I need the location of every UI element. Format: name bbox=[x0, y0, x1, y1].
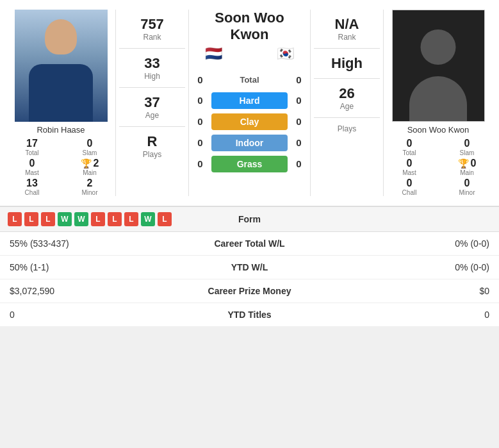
stats-left-val: 55% (533-437) bbox=[10, 238, 186, 249]
right-rank-value: N/A bbox=[335, 16, 359, 33]
left-plays-value: R bbox=[143, 133, 161, 150]
left-chall-cell: 13 Chall bbox=[6, 178, 58, 196]
right-main-number: 0 bbox=[471, 158, 477, 169]
form-badges: LLLWWLLLWL bbox=[8, 212, 224, 226]
right-center-stats: N/A Rank High 26 Age Plays bbox=[310, 10, 384, 196]
left-trophy-icon: 🏆 bbox=[81, 158, 92, 169]
right-rank-block: N/A Rank bbox=[335, 16, 359, 42]
stats-center-label: YTD W/L bbox=[186, 262, 314, 272]
form-badge-item: L bbox=[108, 212, 122, 226]
right-mast-number: 0 bbox=[384, 158, 435, 169]
left-player-stats: 17 Total 0 Slam 0 Mast 🏆 2 Main bbox=[6, 138, 115, 196]
court-section: Soon WooKwon 🇳🇱 🇰🇷 0 Total 0 0 Hard bbox=[189, 10, 310, 196]
left-mast-label: Mast bbox=[6, 169, 58, 176]
form-label: Form bbox=[224, 214, 275, 224]
right-minor-label: Minor bbox=[441, 189, 493, 196]
form-badge-item: L bbox=[24, 212, 38, 226]
court-rows: 0 Total 0 0 Hard 0 0 Clay 0 0 bbox=[192, 67, 307, 177]
form-badge-item: L bbox=[41, 212, 55, 226]
left-age-number: 37 bbox=[144, 94, 160, 111]
right-slam-label: Slam bbox=[441, 149, 493, 156]
left-age-block: 37 Age bbox=[144, 94, 160, 120]
right-player-name-top: Soon WooKwon bbox=[215, 10, 284, 44]
right-player-panel: Soon Woo Kwon 0 Total 0 Slam 0 Mast 🏆 bbox=[384, 10, 493, 196]
right-age-block: 26 Age bbox=[339, 85, 354, 111]
grass-left-score: 0 bbox=[192, 158, 208, 169]
left-total-number: 17 bbox=[6, 138, 58, 149]
left-player-photo bbox=[15, 10, 108, 122]
right-chall-cell: 0 Chall bbox=[384, 178, 435, 196]
left-main-number: 2 bbox=[94, 158, 99, 169]
left-player-panel: Robin Haase 17 Total 0 Slam 0 Mast 🏆 bbox=[6, 10, 115, 196]
left-total-cell: 17 Total bbox=[6, 138, 58, 156]
hard-left-score: 0 bbox=[192, 95, 208, 106]
right-chall-label: Chall bbox=[384, 189, 435, 196]
left-rank-number: 757 bbox=[140, 16, 164, 33]
form-badge-item: W bbox=[74, 212, 88, 226]
right-player-name: Soon Woo Kwon bbox=[407, 125, 470, 135]
left-slam-label: Slam bbox=[64, 149, 115, 156]
left-center-stats: 757 Rank 33 High 37 Age R Plays bbox=[115, 10, 189, 196]
stats-row: $3,072,590 Career Prize Money $0 bbox=[0, 279, 499, 303]
stats-row: 0 YTD Titles 0 bbox=[0, 303, 499, 326]
main-container: Robin Haase 17 Total 0 Slam 0 Mast 🏆 bbox=[0, 0, 499, 326]
right-main-label: Main bbox=[460, 169, 474, 176]
left-plays-label: Plays bbox=[143, 150, 161, 159]
hard-row: 0 Hard 0 bbox=[192, 92, 307, 109]
clay-badge: Clay bbox=[211, 113, 288, 130]
stats-center-label: YTD Titles bbox=[186, 310, 314, 320]
form-badge-item: L bbox=[8, 212, 22, 226]
right-main-cell: 🏆 0 Main bbox=[441, 158, 493, 176]
left-rank-label: Rank bbox=[140, 33, 164, 42]
divider-1 bbox=[119, 48, 185, 49]
divider-r1 bbox=[314, 48, 380, 49]
form-section: LLLWWLLLWL Form bbox=[0, 206, 499, 232]
total-row: 0 Total 0 bbox=[192, 72, 307, 88]
right-minor-number: 0 bbox=[441, 178, 493, 189]
stats-right-val: 0 bbox=[314, 310, 490, 320]
stats-right-val: $0 bbox=[314, 286, 490, 296]
stats-left-val: 50% (1-1) bbox=[10, 262, 186, 272]
hard-right-score: 0 bbox=[291, 95, 307, 106]
left-minor-number: 2 bbox=[64, 178, 115, 189]
clay-right-score: 0 bbox=[291, 116, 307, 127]
stats-right-val: 0% (0-0) bbox=[314, 262, 490, 272]
right-minor-cell: 0 Minor bbox=[441, 178, 493, 196]
stats-left-val: $3,072,590 bbox=[10, 286, 186, 296]
right-age-label: Age bbox=[339, 102, 354, 111]
hard-badge: Hard bbox=[211, 92, 288, 109]
left-flag: 🇳🇱 🇰🇷 bbox=[205, 46, 295, 62]
left-plays-block: R Plays bbox=[143, 133, 161, 159]
right-player-stats: 0 Total 0 Slam 0 Mast 🏆 0 Main bbox=[384, 138, 493, 196]
left-age-label: Age bbox=[144, 111, 160, 120]
left-minor-label: Minor bbox=[64, 189, 115, 196]
form-badge-item: L bbox=[91, 212, 105, 226]
right-mast-cell: 0 Mast bbox=[384, 158, 435, 176]
total-left-score: 0 bbox=[192, 74, 208, 85]
stats-left-val: 0 bbox=[10, 310, 186, 320]
divider-r3 bbox=[314, 117, 380, 118]
left-high-block: 33 High bbox=[144, 55, 160, 81]
stats-center-label: Career Prize Money bbox=[186, 286, 314, 296]
right-total-cell: 0 Total bbox=[384, 138, 435, 156]
indoor-right-score: 0 bbox=[291, 137, 307, 148]
left-rank-block: 757 Rank bbox=[140, 16, 164, 42]
right-plays-label: Plays bbox=[338, 124, 356, 133]
left-chall-label: Chall bbox=[6, 189, 58, 196]
divider-2 bbox=[119, 87, 185, 88]
left-slam-number: 0 bbox=[64, 138, 115, 149]
form-badge-item: W bbox=[58, 212, 72, 226]
left-player-name: Robin Haase bbox=[37, 125, 85, 135]
right-total-number: 0 bbox=[384, 138, 435, 149]
right-high-block: High bbox=[331, 55, 363, 72]
stats-row: 50% (1-1) YTD W/L 0% (0-0) bbox=[0, 256, 499, 279]
left-mast-number: 0 bbox=[6, 158, 58, 169]
grass-row: 0 Grass 0 bbox=[192, 156, 307, 172]
stats-row: 55% (533-437) Career Total W/L 0% (0-0) bbox=[0, 232, 499, 256]
indoor-row: 0 Indoor 0 bbox=[192, 135, 307, 151]
left-minor-cell: 2 Minor bbox=[64, 178, 115, 196]
total-right-score: 0 bbox=[291, 74, 307, 85]
right-slam-cell: 0 Slam bbox=[441, 138, 493, 156]
indoor-left-score: 0 bbox=[192, 137, 208, 148]
clay-left-score: 0 bbox=[192, 116, 208, 127]
